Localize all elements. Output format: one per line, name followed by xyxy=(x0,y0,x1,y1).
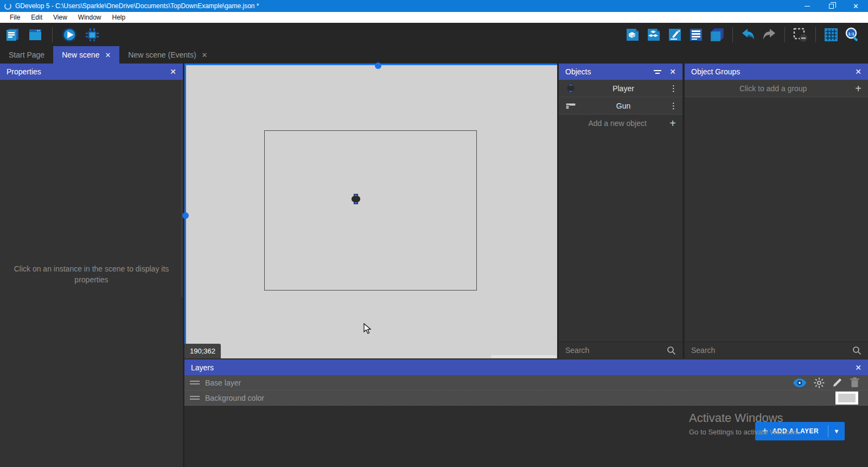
horizontal-scrollbar[interactable] xyxy=(491,355,556,358)
close-panel-icon[interactable]: ✕ xyxy=(170,67,176,76)
deselect-icon xyxy=(792,27,808,43)
objects-search-bar xyxy=(559,342,682,358)
tab-close-icon[interactable]: ✕ xyxy=(105,51,111,59)
instances-list-button[interactable] xyxy=(688,27,704,43)
tab-start-page[interactable]: Start Page xyxy=(0,46,53,64)
toolbar-separator xyxy=(784,27,785,42)
game-window-bounds xyxy=(264,130,477,291)
object-groups-panel-header: Object Groups ✕ xyxy=(685,64,868,80)
edit-object-groups-button[interactable] xyxy=(646,27,662,43)
play-preview-button[interactable] xyxy=(61,27,78,43)
redo-icon xyxy=(761,27,777,43)
project-manager-button[interactable] xyxy=(4,27,21,43)
debug-button[interactable] xyxy=(84,27,100,43)
svg-text:1:1: 1:1 xyxy=(848,31,854,36)
menu-edit[interactable]: Edit xyxy=(25,12,48,23)
close-panel-icon[interactable]: ✕ xyxy=(669,67,676,76)
filter-icon[interactable] xyxy=(653,68,662,75)
groups-search-bar xyxy=(685,342,868,358)
delete-layer-trash-icon[interactable] xyxy=(850,377,859,388)
edit-scene-properties-button[interactable] xyxy=(667,27,683,43)
groups-search-input[interactable] xyxy=(691,346,852,355)
drag-handle-icon[interactable] xyxy=(190,394,200,401)
plus-icon: + xyxy=(855,83,861,94)
mouse-cursor xyxy=(363,323,373,335)
menu-help[interactable]: Help xyxy=(107,12,131,23)
undo-button[interactable] xyxy=(740,27,756,43)
toggle-grid-button[interactable] xyxy=(823,27,839,43)
object-menu-icon[interactable]: ⋮ xyxy=(669,101,677,111)
toolbar-separator xyxy=(732,27,733,42)
resize-handle-dot[interactable] xyxy=(182,212,189,219)
add-object-button[interactable]: Add a new object + xyxy=(559,115,682,131)
layers-icon xyxy=(709,27,725,43)
deselect-all-button[interactable] xyxy=(792,27,808,43)
toolbar: 1:1 xyxy=(0,23,868,46)
object-name: Player xyxy=(577,84,669,93)
menu-view[interactable]: View xyxy=(48,12,73,23)
watermark-line1: Activate Windows xyxy=(689,411,800,425)
scene-editor-canvas[interactable]: 190;362 xyxy=(184,64,557,358)
menu-file[interactable]: File xyxy=(4,12,25,23)
tabbar: Start Page New scene ✕ New scene (Events… xyxy=(0,46,868,64)
restore-button[interactable] xyxy=(819,0,844,12)
panel-resize-handle-top[interactable] xyxy=(184,64,557,65)
redo-button[interactable] xyxy=(761,27,777,43)
add-object-label: Add a new object xyxy=(565,119,669,128)
drag-handle-icon[interactable] xyxy=(190,379,200,386)
player-instance[interactable] xyxy=(352,194,360,204)
activate-windows-watermark: Activate Windows Go to Settings to activ… xyxy=(689,411,800,436)
toolbar-separator xyxy=(52,27,53,42)
zoom-original-button[interactable]: 1:1 xyxy=(844,27,860,43)
layer-row-background-color[interactable]: Background color xyxy=(184,390,868,406)
object-name: Gun xyxy=(577,102,669,110)
panel-resize-handle-left[interactable] xyxy=(184,64,186,358)
zoom-1-1-icon: 1:1 xyxy=(844,27,860,43)
object-row-gun[interactable]: Gun ⋮ xyxy=(559,97,682,115)
start-page-icon xyxy=(28,27,43,42)
layer-name: Background color xyxy=(205,394,835,402)
object-menu-icon[interactable]: ⋮ xyxy=(669,84,677,93)
undo-icon xyxy=(740,27,756,43)
dropdown-arrow-icon[interactable]: ▼ xyxy=(828,428,845,434)
layer-row-base[interactable]: Base layer xyxy=(184,375,868,390)
resize-handle-dot[interactable] xyxy=(375,62,381,69)
object-row-player[interactable]: Player ⋮ xyxy=(559,80,682,97)
background-color-swatch[interactable] xyxy=(835,392,858,405)
search-icon xyxy=(667,346,676,355)
edit-layer-pencil-icon[interactable] xyxy=(832,377,843,388)
window-title: GDevelop 5 - C:\Users\Sparkle\OneDrive\D… xyxy=(15,2,795,10)
close-panel-icon[interactable]: ✕ xyxy=(855,67,861,76)
start-page-button[interactable] xyxy=(27,27,43,43)
grid-icon xyxy=(823,27,839,43)
properties-panel-header: Properties ✕ xyxy=(0,64,183,80)
object-groups-panel: Object Groups ✕ Click to add a group + xyxy=(685,64,868,358)
layers-button[interactable] xyxy=(709,27,725,43)
objects-search-input[interactable] xyxy=(565,346,667,355)
gdevelop-logo-icon xyxy=(4,3,11,10)
layer-name: Base layer xyxy=(205,378,793,387)
close-panel-icon[interactable]: ✕ xyxy=(855,363,861,372)
search-icon xyxy=(852,346,861,355)
layer-effects-icon[interactable] xyxy=(814,377,825,388)
properties-panel: Properties ✕ Click on an instance in the… xyxy=(0,64,183,467)
titlebar: GDevelop 5 - C:\Users\Sparkle\OneDrive\D… xyxy=(0,0,868,12)
close-button[interactable]: ✕ xyxy=(844,0,868,12)
tab-label: New scene (Events) xyxy=(128,51,196,59)
tab-close-icon[interactable]: ✕ xyxy=(202,51,208,59)
watermark-line2: Go to Settings to activate Windows. xyxy=(689,428,800,436)
add-group-button[interactable]: Click to add a group + xyxy=(685,80,868,97)
scrollbar[interactable] xyxy=(181,80,183,297)
tab-label: Start Page xyxy=(9,51,44,59)
minimize-button[interactable] xyxy=(795,0,819,12)
player-object-icon xyxy=(564,83,577,93)
edit-objects-button[interactable] xyxy=(624,27,641,43)
tab-new-scene-events[interactable]: New scene (Events) ✕ xyxy=(119,46,216,64)
toolbar-separator xyxy=(815,27,816,42)
menu-window[interactable]: Window xyxy=(73,12,107,23)
tab-new-scene[interactable]: New scene ✕ xyxy=(53,46,119,64)
visibility-eye-icon[interactable] xyxy=(793,378,806,387)
cursor-coordinates-badge: 190;362 xyxy=(184,344,221,358)
player-sprite-hand xyxy=(354,201,358,204)
add-group-label: Click to add a group xyxy=(691,84,855,93)
